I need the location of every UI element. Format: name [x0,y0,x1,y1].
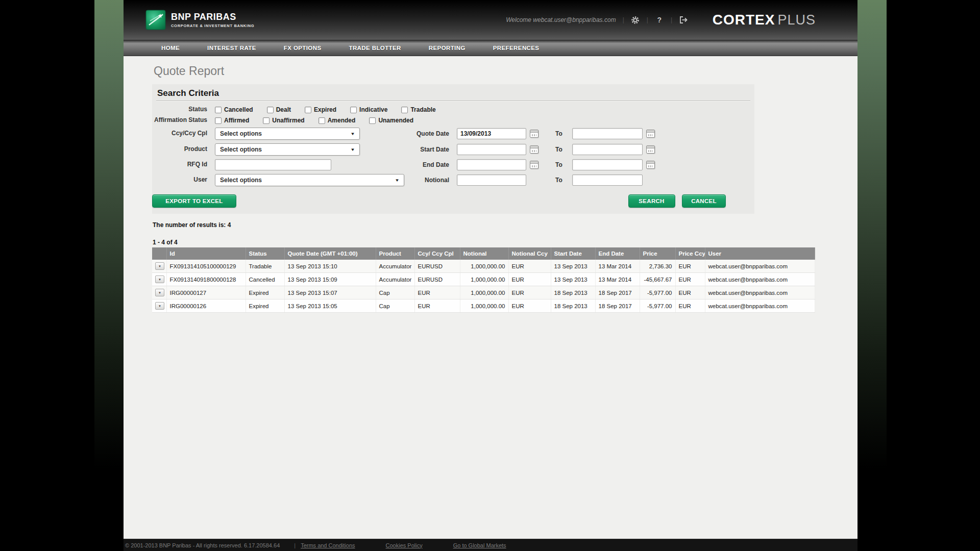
unaffirmed-checkbox[interactable] [263,117,270,124]
col-header-user[interactable]: User [705,247,815,260]
calendar-icon[interactable] [646,145,655,154]
indicative-checkbox[interactable] [350,107,357,113]
col-header-notional-ccy[interactable]: Notional Ccy [508,247,551,260]
nav-item-fx-options[interactable]: FX OPTIONS [284,45,322,51]
logout-icon[interactable] [679,15,688,24]
cell-id: FX091314105100000129 [166,260,246,273]
expired-checkbox[interactable] [305,107,311,113]
cell-status: Cancelled [246,273,284,286]
cell-notional: 1,000,000.00 [460,273,508,286]
amended-checkbox[interactable] [318,117,325,124]
nav-item-home[interactable]: HOME [161,45,180,51]
col-header-price-ccy[interactable]: Price Ccy [675,247,705,260]
product-select[interactable]: Select options ▼ [215,143,360,156]
unamended-label: Unamended [378,117,413,124]
nav-item-preferences[interactable]: PREFERENCES [493,45,540,51]
cell-ccy: EURUSD [414,273,460,286]
affirmation-option-affirmed: Affirmed [215,117,249,124]
cell-quote-date: 13 Sep 2013 15:09 [284,273,376,286]
nav-item-reporting[interactable]: REPORTING [429,45,465,51]
export-to-excel-button[interactable]: EXPORT TO EXCEL [152,194,236,208]
affirmation-status-label: Affirmation Status [152,117,207,124]
table-row: ▼ FX091314105100000129 Tradable 13 Sep 2… [152,260,815,273]
tradable-label: Tradable [410,106,435,113]
indicative-label: Indicative [359,106,387,113]
calendar-icon[interactable] [646,161,655,169]
results-count: The number of results is: 4 [153,221,857,229]
tradable-checkbox[interactable] [401,107,408,113]
end-date-to-input[interactable] [572,159,643,170]
start-date-to-input[interactable] [572,144,643,155]
user-select-value: Select options [220,177,262,184]
affirmed-label: Affirmed [224,117,249,124]
settings-gear-icon[interactable] [631,15,640,24]
cell-quote-date: 13 Sep 2013 15:07 [284,286,376,299]
quote-date-input[interactable] [457,128,526,139]
cancel-button[interactable]: CANCEL [682,194,726,208]
calendar-icon[interactable] [530,130,538,138]
unamended-checkbox[interactable] [369,117,376,124]
nav-item-interest-rate[interactable]: INTEREST RATE [207,45,256,51]
affirmation-option-amended: Amended [318,117,356,124]
col-header-status[interactable]: Status [246,247,284,260]
row-expand-button[interactable]: ▼ [155,302,164,310]
global-markets-link[interactable]: Go to Global Markets [453,542,506,548]
col-header-quote-date[interactable]: Quote Date (GMT +01:00) [284,247,376,260]
row-expand-button[interactable]: ▼ [155,289,164,296]
user-select[interactable]: Select options ▼ [215,174,404,186]
cancelled-checkbox[interactable] [215,107,222,113]
end-date-input[interactable] [457,159,526,170]
cancelled-label: Cancelled [224,106,253,113]
affirmation-status-row: Affirmation Status Affirmed Unaffirmed [152,117,754,124]
cookies-policy-link[interactable]: Cookies Policy [386,542,423,548]
col-header-product[interactable]: Product [376,247,414,260]
col-header-notional[interactable]: Notional [460,247,508,260]
col-header-start-date[interactable]: Start Date [551,247,595,260]
col-header-price[interactable]: Price [640,247,675,260]
calendar-icon[interactable] [530,145,538,154]
end-date-label: End Date [412,161,449,168]
quote-date-to-input[interactable] [572,128,643,139]
ccy-label: Ccy/Ccy Cpl [152,130,207,137]
status-option-expired: Expired [305,106,336,113]
rfq-id-input[interactable] [215,159,331,170]
affirmation-option-unaffirmed: Unaffirmed [263,117,304,124]
amended-label: Amended [328,117,356,124]
col-header-ccy[interactable]: Ccy/ Ccy Cpl [414,247,460,260]
status-option-tradable: Tradable [401,106,435,113]
search-button[interactable]: SEARCH [628,194,675,208]
start-date-input[interactable] [457,144,526,155]
cell-price: -5,977.00 [640,286,675,299]
cell-product: Accumulator [376,273,414,286]
search-criteria-panel: Search Criteria Status Cancelled [152,84,754,214]
row-expand-button[interactable]: ▼ [155,276,164,283]
col-header-end-date[interactable]: End Date [595,247,640,260]
status-option-cancelled: Cancelled [215,106,253,113]
row-expand-button[interactable]: ▼ [155,262,164,270]
calendar-icon[interactable] [646,130,655,138]
cell-start-date: 13 Sep 2013 [551,273,595,286]
dealt-checkbox[interactable] [267,107,274,113]
col-header-id[interactable]: Id [166,247,246,260]
product-select-value: Select options [220,146,262,153]
status-option-dealt: Dealt [267,106,291,113]
app-window: BNP PARIBAS CORPORATE & INVESTMENT BANKI… [124,0,857,551]
terms-and-conditions-link[interactable]: Terms and Conditions [301,542,355,548]
bnp-logo-icon [145,10,166,30]
ccy-quote-date-row: Ccy/Ccy Cpl Select options ▼ Quote Date … [152,128,754,140]
help-icon[interactable]: ? [655,15,664,24]
panel-button-row: EXPORT TO EXCEL SEARCH CANCEL [152,194,754,208]
affirmed-checkbox[interactable] [215,117,222,124]
brand-plus: PLUS [777,12,816,28]
notional-to-input[interactable] [572,174,643,186]
ccy-select[interactable]: Select options ▼ [215,128,360,140]
cell-notional-ccy: EUR [508,299,551,313]
nav-item-trade-blotter[interactable]: TRADE BLOTTER [349,45,401,51]
notional-input[interactable] [457,174,526,186]
calendar-icon[interactable] [530,161,538,169]
status-checkbox-group: Cancelled Dealt Expired [215,106,436,113]
cell-price-ccy: EUR [675,286,705,299]
screen: BNP PARIBAS CORPORATE & INVESTMENT BANKI… [0,0,980,551]
cell-end-date: 18 Sep 2017 [595,286,640,299]
bnp-logo[interactable]: BNP PARIBAS CORPORATE & INVESTMENT BANKI… [145,10,254,30]
